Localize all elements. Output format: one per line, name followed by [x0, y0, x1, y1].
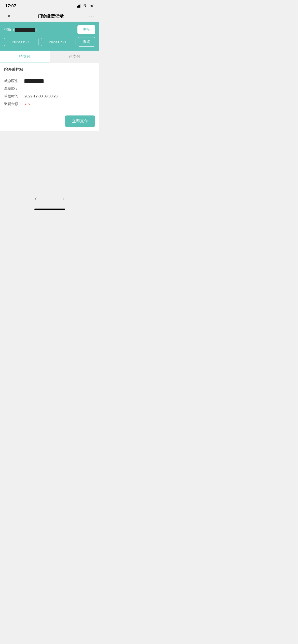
- date-row: 2023-06-30 2023-07-30 查询: [4, 37, 95, 47]
- status-icons: 58: [77, 4, 94, 8]
- date-start-input[interactable]: 2023-06-30: [4, 38, 38, 46]
- amount-row: 缴费金额： ¥ 6: [4, 102, 95, 106]
- forward-arrow[interactable]: ›: [62, 195, 65, 202]
- query-button[interactable]: 查询: [78, 37, 95, 47]
- doctor-label: 就诊医生：: [4, 79, 24, 83]
- wifi-icon: [83, 4, 87, 8]
- amount-label: 缴费金额：: [4, 102, 24, 106]
- date-end-input[interactable]: 2023-07-30: [41, 38, 75, 46]
- record-card: 就诊医生： 单据ID： 单据时间： 2022-12-30 09:33:28 缴费…: [0, 75, 99, 113]
- svg-rect-3: [80, 4, 81, 8]
- more-button[interactable]: ···: [88, 13, 94, 19]
- close-button[interactable]: ×: [5, 13, 13, 19]
- header-section: **杨（） 更换 2023-06-30 2023-07-30 查询: [0, 22, 99, 51]
- patient-name: **杨（）: [4, 27, 39, 32]
- doctor-row: 就诊医生：: [4, 79, 95, 83]
- status-time: 17:07: [5, 4, 16, 9]
- back-arrow[interactable]: ‹: [35, 195, 37, 202]
- time-label: 单据时间：: [4, 94, 24, 99]
- svg-rect-1: [78, 5, 79, 8]
- signal-icon: [77, 4, 82, 8]
- pay-btn-row: 立即支付: [0, 113, 99, 131]
- content-area: 院外采样站 就诊医生： 单据ID： 单据时间： 2022-12-30 09:33…: [0, 63, 99, 131]
- doctor-value: [24, 79, 44, 83]
- bottom-area: ‹ ›: [0, 131, 99, 217]
- nav-arrows: ‹ ›: [35, 189, 64, 207]
- time-value: 2022-12-30 09:33:28: [24, 94, 58, 98]
- tabs: 待支付 已支付: [0, 51, 99, 63]
- pay-now-button[interactable]: 立即支付: [65, 115, 95, 127]
- svg-rect-2: [79, 5, 80, 8]
- id-label: 单据ID：: [4, 86, 24, 91]
- status-bar: 17:07 58: [0, 0, 99, 11]
- tab-pending[interactable]: 待支付: [0, 51, 50, 63]
- page-title: 门诊缴费记录: [38, 13, 64, 19]
- amount-value: ¥ 6: [24, 102, 30, 106]
- id-row: 单据ID：: [4, 86, 95, 91]
- svg-rect-0: [77, 6, 78, 8]
- tab-paid[interactable]: 已支付: [50, 51, 99, 63]
- battery-icon: 58: [89, 4, 94, 8]
- header-top: **杨（） 更换: [4, 25, 95, 34]
- home-indicator: [34, 209, 65, 210]
- time-row: 单据时间： 2022-12-30 09:33:28: [4, 94, 95, 99]
- section-title: 院外采样站: [0, 63, 99, 75]
- nav-bar: × 门诊缴费记录 ···: [0, 11, 99, 22]
- change-button[interactable]: 更换: [77, 25, 95, 34]
